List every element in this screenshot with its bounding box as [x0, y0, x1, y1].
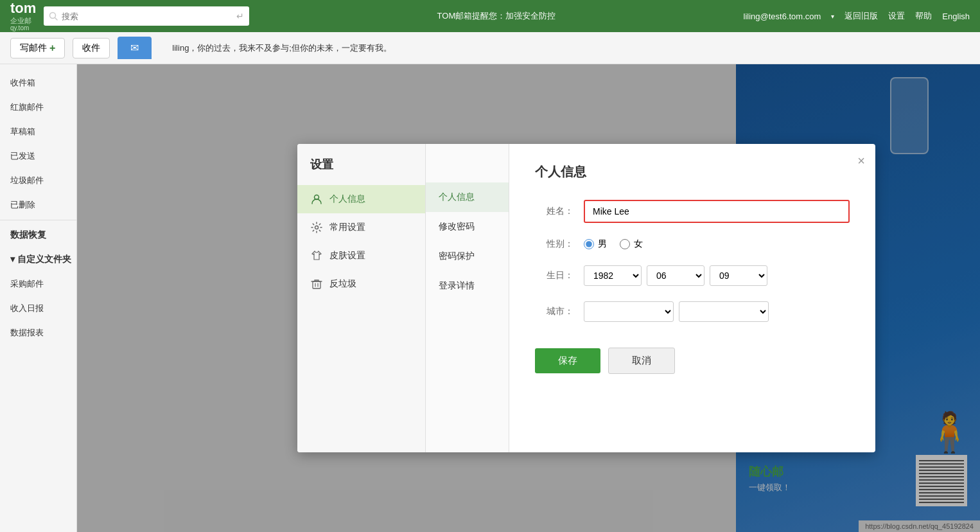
compose-plus-icon: + — [49, 42, 55, 54]
gender-female-radio[interactable] — [620, 239, 630, 249]
subnav-personal-info[interactable]: 个人信息 — [426, 182, 509, 212]
topbar-right: liling@test6.tom.com ▾ 返回旧版 设置 帮助 Englis… — [744, 10, 970, 22]
sidebar-item-custom-folder[interactable]: ▾ 自定义文件夹 — [0, 247, 76, 272]
birthday-month-select[interactable]: 06 01 02 03 — [647, 265, 704, 286]
content-title: 个人信息 — [535, 163, 850, 181]
sidebar-item-purchase[interactable]: 采购邮件 — [0, 272, 76, 296]
content-area: 随心邮 一键领取！ 🧍 设置 — [77, 64, 980, 532]
name-input[interactable] — [586, 202, 847, 220]
enter-icon: ↵ — [236, 11, 244, 21]
notification-text: TOM邮箱提醒您：加强安全防控 — [257, 10, 735, 22]
settings-modal: 设置 个人信息 — [297, 144, 875, 452]
modal-footer: 保存 取消 — [535, 348, 850, 374]
sidebar-item-income[interactable]: 收入日报 — [0, 296, 76, 321]
svg-line-1 — [55, 18, 58, 21]
subnav-change-password[interactable]: 修改密码 — [426, 212, 509, 242]
shirt-icon — [310, 249, 323, 262]
birthday-select-group: 1982 1981 1983 1990 06 01 02 03 09 — [584, 265, 767, 286]
subnav-password-protect[interactable]: 密码保护 — [426, 242, 509, 271]
modal-subnav: 个人信息 修改密码 密码保护 登录详情 — [426, 144, 509, 452]
gear-icon — [310, 221, 323, 234]
nav-label-antispam: 反垃圾 — [329, 278, 356, 290]
close-button[interactable]: × — [857, 154, 865, 167]
nav-item-personal[interactable]: 个人信息 — [297, 185, 425, 213]
nav-label-personal: 个人信息 — [329, 193, 365, 205]
sidebar-item-flagged[interactable]: 红旗邮件 — [0, 95, 76, 120]
nav-item-skin[interactable]: 皮肤设置 — [297, 242, 425, 270]
sidebar-item-drafts[interactable]: 草稿箱 — [0, 120, 76, 144]
link-english[interactable]: English — [942, 12, 970, 21]
link-help[interactable]: 帮助 — [915, 10, 932, 22]
gender-male-label: 男 — [598, 238, 607, 250]
sidebar-item-sent[interactable]: 已发送 — [0, 144, 76, 168]
nav-label-common: 常用设置 — [329, 222, 365, 233]
nav-item-antispam[interactable]: 反垃圾 — [297, 270, 425, 298]
logo-label: 企业邮 — [10, 17, 36, 24]
chevron-down-icon: ▾ — [831, 13, 834, 20]
birthday-row: 生日： 1982 1981 1983 1990 06 01 02 03 — [535, 265, 850, 286]
trash-icon — [310, 278, 323, 290]
topbar: tom 企业邮 qy.tom ↵ TOM邮箱提醒您：加强安全防控 liling@… — [0, 0, 980, 32]
gender-male-option[interactable]: 男 — [584, 238, 607, 250]
sidebar: 收件箱 红旗邮件 草稿箱 已发送 垃圾邮件 已删除 数据恢复 ▾ 自定义文件夹 … — [0, 64, 77, 532]
city-select-group: 北京 上海 — [584, 301, 769, 322]
sidebar-item-spam[interactable]: 垃圾邮件 — [0, 168, 76, 193]
gender-female-label: 女 — [634, 238, 643, 250]
tab-text: liling，你的过去，我来不及参与;但你的未来，一定要有我。 — [172, 42, 392, 54]
compose-label: 写邮件 — [20, 42, 47, 54]
compose-button[interactable]: 写邮件 + — [10, 38, 65, 58]
link-settings[interactable]: 设置 — [888, 10, 905, 22]
sidebar-item-inbox[interactable]: 收件箱 — [0, 71, 76, 95]
birthday-day-select[interactable]: 09 01 10 15 — [710, 265, 767, 286]
settings-title: 设置 — [297, 157, 425, 185]
birthday-label: 生日： — [535, 270, 573, 281]
inbox-button[interactable]: 收件 — [73, 38, 110, 58]
logo-domain: qy.tom — [10, 24, 36, 31]
sidebar-divider — [0, 220, 76, 220]
name-row: 姓名： — [535, 200, 850, 223]
nav-label-skin: 皮肤设置 — [329, 250, 365, 262]
city-row: 城市： 北京 上海 — [535, 301, 850, 322]
user-email[interactable]: liling@test6.tom.com — [744, 12, 821, 21]
sidebar-item-report[interactable]: 数据报表 — [0, 321, 76, 345]
cancel-button[interactable]: 取消 — [608, 348, 675, 374]
inbox-label: 收件 — [82, 42, 100, 53]
sidebar-item-recovery[interactable]: 数据恢复 — [0, 223, 76, 247]
mail-icon: ✉ — [130, 42, 139, 54]
logo-text: tom — [10, 1, 36, 16]
gender-radio-group: 男 女 — [584, 238, 643, 250]
name-field-wrapper — [584, 200, 850, 223]
search-icon — [49, 12, 58, 21]
gender-female-option[interactable]: 女 — [620, 238, 643, 250]
gender-male-radio[interactable] — [584, 239, 594, 249]
active-tab[interactable]: ✉ — [118, 37, 152, 59]
save-button[interactable]: 保存 — [535, 348, 600, 373]
modal-main-content: 个人信息 × 姓名： 性别： 男 — [509, 144, 875, 452]
gender-row: 性别： 男 女 — [535, 238, 850, 250]
modal-left-nav: 设置 个人信息 — [297, 144, 426, 452]
search-input[interactable] — [62, 12, 232, 21]
svg-rect-4 — [313, 281, 320, 288]
svg-point-3 — [315, 226, 319, 229]
gender-label: 性别： — [535, 238, 573, 250]
search-box: ↵ — [44, 6, 249, 26]
birthday-year-select[interactable]: 1982 1981 1983 1990 — [584, 265, 642, 286]
subnav-login-detail[interactable]: 登录详情 — [426, 271, 509, 301]
person-icon — [310, 193, 323, 206]
link-old-version[interactable]: 返回旧版 — [844, 10, 878, 22]
name-label: 姓名： — [535, 206, 573, 217]
nav-item-common[interactable]: 常用设置 — [297, 213, 425, 242]
city-city-select[interactable] — [679, 301, 769, 322]
city-label: 城市： — [535, 306, 573, 317]
sidebar-item-deleted[interactable]: 已删除 — [0, 193, 76, 217]
main-layout: 收件箱 红旗邮件 草稿箱 已发送 垃圾邮件 已删除 数据恢复 ▾ 自定义文件夹 … — [0, 64, 980, 532]
logo: tom 企业邮 qy.tom — [10, 1, 36, 31]
city-province-select[interactable]: 北京 上海 — [584, 301, 674, 322]
secondbar: 写邮件 + 收件 ✉ liling，你的过去，我来不及参与;但你的未来，一定要有… — [0, 32, 980, 64]
